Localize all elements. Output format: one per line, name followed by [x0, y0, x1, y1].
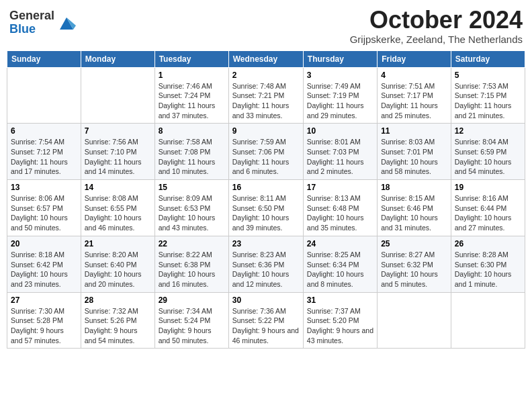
day-detail: Sunrise: 8:18 AMSunset: 6:42 PMDaylight:…: [11, 250, 77, 289]
day-number: 13: [11, 183, 77, 192]
calendar-cell: [81, 67, 154, 124]
day-detail: Sunrise: 7:54 AMSunset: 7:12 PMDaylight:…: [11, 137, 77, 177]
day-number: 30: [232, 295, 300, 305]
calendar-cell: 31Sunrise: 7:37 AMSunset: 5:20 PMDayligh…: [303, 292, 377, 349]
day-number: 21: [85, 239, 151, 248]
day-number: 5: [455, 71, 521, 80]
day-detail: Sunrise: 8:28 AMSunset: 6:30 PMDaylight:…: [455, 250, 521, 289]
day-number: 3: [307, 71, 373, 80]
day-number: 12: [455, 126, 521, 136]
calendar-cell: 8Sunrise: 7:58 AMSunset: 7:08 PMDaylight…: [154, 124, 228, 180]
day-detail: Sunrise: 8:03 AMSunset: 7:01 PMDaylight:…: [381, 137, 447, 177]
day-detail: Sunrise: 7:34 AMSunset: 5:24 PMDaylight:…: [159, 306, 225, 346]
calendar-cell: [378, 292, 451, 349]
calendar-cell: 7Sunrise: 7:56 AMSunset: 7:10 PMDaylight…: [81, 124, 154, 180]
calendar-cell: 12Sunrise: 8:04 AMSunset: 6:59 PMDayligh…: [451, 124, 525, 180]
calendar-cell: 20Sunrise: 8:18 AMSunset: 6:42 PMDayligh…: [7, 236, 81, 292]
weekday-header: Saturday: [451, 50, 525, 67]
calendar-week-row: 1Sunrise: 7:46 AMSunset: 7:24 PMDaylight…: [7, 67, 525, 124]
calendar-cell: 18Sunrise: 8:15 AMSunset: 6:46 PMDayligh…: [378, 180, 451, 236]
day-detail: Sunrise: 7:32 AMSunset: 5:26 PMDaylight:…: [85, 306, 151, 346]
calendar-week-row: 13Sunrise: 8:06 AMSunset: 6:57 PMDayligh…: [7, 180, 525, 236]
day-detail: Sunrise: 8:22 AMSunset: 6:38 PMDaylight:…: [159, 250, 225, 289]
day-detail: Sunrise: 8:08 AMSunset: 6:55 PMDaylight:…: [85, 193, 151, 233]
calendar-cell: 10Sunrise: 8:01 AMSunset: 7:03 PMDayligh…: [303, 124, 377, 180]
day-detail: Sunrise: 7:48 AMSunset: 7:21 PMDaylight:…: [232, 81, 300, 121]
calendar-cell: 14Sunrise: 8:08 AMSunset: 6:55 PMDayligh…: [81, 180, 154, 236]
day-number: 24: [307, 239, 373, 248]
day-detail: Sunrise: 8:16 AMSunset: 6:44 PMDaylight:…: [455, 193, 521, 233]
day-number: 18: [381, 183, 447, 192]
weekday-header: Tuesday: [154, 50, 228, 67]
day-detail: Sunrise: 8:20 AMSunset: 6:40 PMDaylight:…: [85, 250, 151, 289]
calendar-cell: 6Sunrise: 7:54 AMSunset: 7:12 PMDaylight…: [7, 124, 81, 180]
day-detail: Sunrise: 7:58 AMSunset: 7:08 PMDaylight:…: [159, 137, 225, 177]
day-detail: Sunrise: 8:06 AMSunset: 6:57 PMDaylight:…: [11, 193, 77, 233]
calendar-cell: 2Sunrise: 7:48 AMSunset: 7:21 PMDaylight…: [228, 67, 303, 124]
weekday-header: Friday: [378, 50, 451, 67]
day-detail: Sunrise: 8:23 AMSunset: 6:36 PMDaylight:…: [232, 250, 300, 289]
weekday-header: Wednesday: [228, 50, 303, 67]
calendar-cell: 23Sunrise: 8:23 AMSunset: 6:36 PMDayligh…: [228, 236, 303, 292]
day-number: 27: [11, 295, 77, 305]
calendar-cell: 29Sunrise: 7:34 AMSunset: 5:24 PMDayligh…: [154, 292, 228, 349]
calendar-cell: 26Sunrise: 8:28 AMSunset: 6:30 PMDayligh…: [451, 236, 525, 292]
calendar-cell: 30Sunrise: 7:36 AMSunset: 5:22 PMDayligh…: [228, 292, 303, 349]
day-detail: Sunrise: 8:15 AMSunset: 6:46 PMDaylight:…: [381, 193, 447, 233]
day-number: 10: [307, 126, 373, 136]
calendar-cell: 3Sunrise: 7:49 AMSunset: 7:19 PMDaylight…: [303, 67, 377, 124]
day-detail: Sunrise: 8:09 AMSunset: 6:53 PMDaylight:…: [159, 193, 225, 233]
calendar-cell: 13Sunrise: 8:06 AMSunset: 6:57 PMDayligh…: [7, 180, 81, 236]
weekday-header: Sunday: [7, 50, 81, 67]
weekday-header: Monday: [81, 50, 154, 67]
day-detail: Sunrise: 8:11 AMSunset: 6:50 PMDaylight:…: [232, 193, 300, 233]
day-number: 28: [85, 295, 151, 305]
calendar-cell: 21Sunrise: 8:20 AMSunset: 6:40 PMDayligh…: [81, 236, 154, 292]
day-number: 9: [232, 126, 300, 136]
calendar-week-row: 20Sunrise: 8:18 AMSunset: 6:42 PMDayligh…: [7, 236, 525, 292]
location-title: Grijpskerke, Zeeland, The Netherlands: [350, 34, 523, 45]
day-detail: Sunrise: 7:51 AMSunset: 7:17 PMDaylight:…: [381, 81, 447, 121]
logo-general-text: General: [9, 9, 54, 22]
day-detail: Sunrise: 7:59 AMSunset: 7:06 PMDaylight:…: [232, 137, 300, 177]
logo-blue-text: Blue: [9, 22, 36, 36]
day-detail: Sunrise: 7:49 AMSunset: 7:19 PMDaylight:…: [307, 81, 373, 121]
calendar-cell: 1Sunrise: 7:46 AMSunset: 7:24 PMDaylight…: [154, 67, 228, 124]
calendar-cell: 17Sunrise: 8:13 AMSunset: 6:48 PMDayligh…: [303, 180, 377, 236]
calendar-week-row: 6Sunrise: 7:54 AMSunset: 7:12 PMDaylight…: [7, 124, 525, 180]
calendar-cell: 9Sunrise: 7:59 AMSunset: 7:06 PMDaylight…: [228, 124, 303, 180]
day-number: 14: [85, 183, 151, 192]
day-number: 22: [159, 239, 225, 248]
page-header: General Blue October 2024 Grijpskerke, Z…: [7, 7, 525, 45]
logo: General Blue: [9, 9, 76, 36]
day-number: 1: [159, 71, 225, 80]
day-number: 25: [381, 239, 447, 248]
title-block: October 2024 Grijpskerke, Zeeland, The N…: [350, 7, 523, 45]
day-detail: Sunrise: 8:13 AMSunset: 6:48 PMDaylight:…: [307, 193, 373, 233]
calendar-cell: 19Sunrise: 8:16 AMSunset: 6:44 PMDayligh…: [451, 180, 525, 236]
calendar-cell: 27Sunrise: 7:30 AMSunset: 5:28 PMDayligh…: [7, 292, 81, 349]
day-number: 29: [159, 295, 225, 305]
day-number: 8: [159, 126, 225, 136]
day-detail: Sunrise: 7:46 AMSunset: 7:24 PMDaylight:…: [159, 81, 225, 121]
day-detail: Sunrise: 7:30 AMSunset: 5:28 PMDaylight:…: [11, 306, 77, 346]
day-detail: Sunrise: 8:27 AMSunset: 6:32 PMDaylight:…: [381, 250, 447, 289]
day-detail: Sunrise: 8:04 AMSunset: 6:59 PMDaylight:…: [455, 137, 521, 177]
day-number: 11: [381, 126, 447, 136]
day-detail: Sunrise: 7:37 AMSunset: 5:20 PMDaylight:…: [307, 306, 373, 346]
calendar-cell: 15Sunrise: 8:09 AMSunset: 6:53 PMDayligh…: [154, 180, 228, 236]
calendar-cell: 4Sunrise: 7:51 AMSunset: 7:17 PMDaylight…: [378, 67, 451, 124]
day-number: 17: [307, 183, 373, 192]
day-number: 15: [159, 183, 225, 192]
day-detail: Sunrise: 7:53 AMSunset: 7:15 PMDaylight:…: [455, 81, 521, 121]
day-number: 6: [11, 126, 77, 136]
day-number: 23: [232, 239, 300, 248]
day-detail: Sunrise: 8:01 AMSunset: 7:03 PMDaylight:…: [307, 137, 373, 177]
day-detail: Sunrise: 7:56 AMSunset: 7:10 PMDaylight:…: [85, 137, 151, 177]
day-number: 19: [455, 183, 521, 192]
calendar-cell: 16Sunrise: 8:11 AMSunset: 6:50 PMDayligh…: [228, 180, 303, 236]
calendar-cell: 24Sunrise: 8:25 AMSunset: 6:34 PMDayligh…: [303, 236, 377, 292]
day-detail: Sunrise: 7:36 AMSunset: 5:22 PMDaylight:…: [232, 306, 300, 346]
calendar-cell: [451, 292, 525, 349]
logo-icon: [57, 13, 76, 32]
